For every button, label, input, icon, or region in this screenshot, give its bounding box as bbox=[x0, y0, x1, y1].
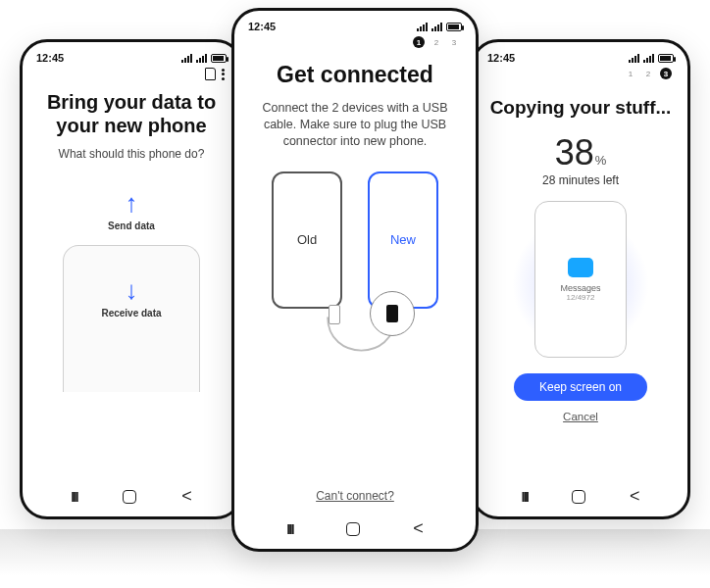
battery-icon bbox=[211, 54, 227, 63]
page-title: Get connected bbox=[250, 62, 460, 88]
battery-icon bbox=[658, 54, 674, 63]
status-bar: 12:45 bbox=[240, 17, 470, 32]
phone-screen-left: 12:45 Bring your data to your new phone … bbox=[20, 39, 243, 519]
status-bar: 12:45 bbox=[28, 48, 234, 64]
send-label: Send data bbox=[28, 220, 234, 231]
receive-data-option[interactable]: ↓ Receive data bbox=[63, 245, 200, 392]
step-3: 3 bbox=[448, 36, 460, 48]
cable-illustration bbox=[240, 309, 470, 387]
cant-connect-link[interactable]: Can't connect? bbox=[240, 489, 470, 503]
time-remaining: 28 minutes left bbox=[480, 173, 682, 187]
transfer-illustration: Messages 12/4972 bbox=[507, 201, 654, 358]
step-1: 1 bbox=[625, 68, 636, 79]
step-indicator: 1 2 3 bbox=[480, 64, 682, 83]
sdcard-icon[interactable] bbox=[205, 68, 216, 80]
send-data-option[interactable]: ↑ Send data bbox=[28, 188, 234, 231]
cancel-link[interactable]: Cancel bbox=[480, 411, 682, 422]
status-icons bbox=[181, 54, 227, 63]
percent-unit: % bbox=[595, 153, 607, 168]
page-subtitle: Connect the 2 devices with a USB cable. … bbox=[262, 100, 448, 150]
old-device-icon: Old bbox=[272, 172, 342, 309]
nav-bar: III < bbox=[480, 480, 682, 511]
new-device-label: New bbox=[390, 232, 416, 247]
device-pair-illustration: Old New bbox=[240, 172, 470, 309]
receive-label: Receive data bbox=[101, 308, 161, 318]
item-label: Messages bbox=[560, 283, 600, 293]
signal-icon bbox=[629, 54, 639, 63]
signal-icon bbox=[643, 54, 654, 63]
signal-icon bbox=[196, 54, 207, 63]
device-outline-icon: Messages 12/4972 bbox=[534, 201, 627, 358]
step-indicator: 1 2 3 bbox=[240, 32, 470, 52]
status-time: 12:45 bbox=[487, 52, 515, 64]
nav-home-icon[interactable] bbox=[572, 490, 585, 504]
step-3: 3 bbox=[660, 68, 672, 79]
arrow-down-icon: ↓ bbox=[126, 275, 138, 306]
arrow-up-icon: ↑ bbox=[28, 188, 234, 219]
status-time: 12:45 bbox=[248, 21, 276, 32]
step-2: 2 bbox=[431, 36, 442, 48]
nav-back-icon[interactable]: < bbox=[413, 518, 424, 539]
step-1: 1 bbox=[413, 36, 425, 48]
status-icons bbox=[417, 23, 462, 31]
status-bar: 12:45 bbox=[480, 48, 682, 64]
nav-home-icon[interactable] bbox=[123, 490, 136, 504]
progress-percent: 38% bbox=[480, 132, 682, 173]
signal-icon bbox=[417, 23, 428, 31]
status-time: 12:45 bbox=[36, 52, 64, 64]
more-menu-icon[interactable] bbox=[222, 69, 225, 80]
page-title: Copying your stuff... bbox=[487, 97, 674, 119]
nav-back-icon[interactable]: < bbox=[181, 486, 192, 507]
cable-path-icon bbox=[240, 309, 470, 387]
nav-recents-icon[interactable]: III bbox=[286, 520, 293, 537]
title-line1: Bring your data to bbox=[38, 90, 225, 114]
signal-icon bbox=[431, 23, 442, 31]
title-line2: your new phone bbox=[38, 114, 225, 137]
old-device-label: Old bbox=[297, 232, 317, 247]
nav-home-icon[interactable] bbox=[346, 522, 360, 536]
messages-icon bbox=[568, 258, 593, 277]
usb-adapter-icon bbox=[370, 291, 415, 336]
phone-screen-center: 12:45 1 2 3 Get connected Connect the 2 … bbox=[231, 8, 479, 552]
nav-recents-icon[interactable]: III bbox=[521, 488, 528, 505]
nav-bar: III < bbox=[240, 513, 470, 543]
step-2: 2 bbox=[642, 68, 654, 79]
battery-icon bbox=[446, 23, 462, 31]
page-subtitle: What should this phone do? bbox=[38, 147, 225, 161]
new-device-icon: New bbox=[368, 172, 438, 309]
nav-recents-icon[interactable]: III bbox=[71, 488, 77, 505]
signal-icon bbox=[181, 54, 192, 63]
usb-plug-icon bbox=[329, 305, 340, 324]
item-count: 12/4972 bbox=[567, 293, 595, 302]
percent-value: 38 bbox=[555, 132, 594, 172]
page-title: Bring your data to your new phone bbox=[38, 90, 225, 137]
nav-bar: III < bbox=[28, 480, 234, 511]
keep-screen-on-button[interactable]: Keep screen on bbox=[514, 373, 647, 401]
status-icons bbox=[629, 54, 674, 63]
nav-back-icon[interactable]: < bbox=[630, 486, 640, 507]
phone-screen-right: 12:45 1 2 3 Copying your stuff... 38% 28… bbox=[471, 39, 690, 519]
